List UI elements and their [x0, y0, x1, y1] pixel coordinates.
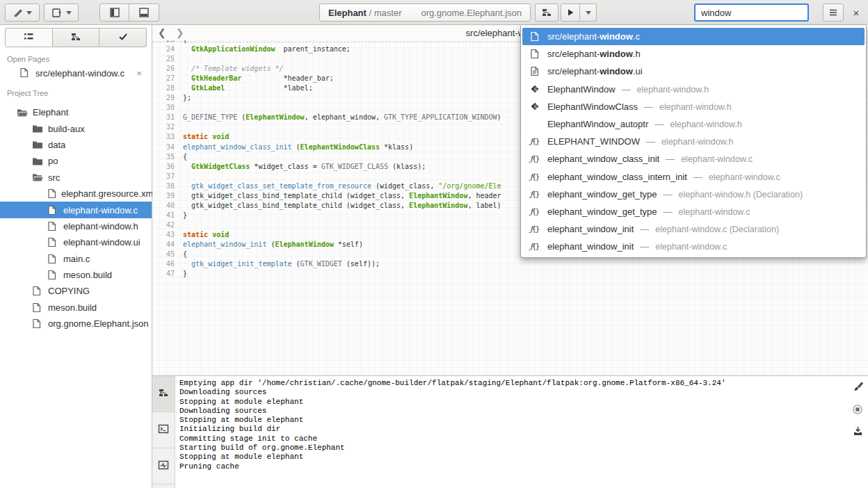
svg-text:S: S — [533, 86, 537, 92]
global-search-input[interactable] — [694, 3, 809, 22]
folder-icon — [32, 156, 43, 166]
device-selector-button[interactable] — [44, 3, 79, 22]
search-result-ElephantWindow_autoptr[interactable]: ElephantWindow_autoptr—elephant-window.h — [522, 115, 865, 133]
tree-item-COPYING[interactable]: COPYING — [0, 283, 152, 299]
line-number: 26 — [152, 64, 183, 74]
tree-item-elephant-window.h[interactable]: elephant-window.h — [0, 218, 152, 234]
result-label: elephant_window_class_init—elephant-wind… — [547, 154, 753, 164]
tree-item-meson.build[interactable]: meson.build — [0, 300, 152, 316]
svg-text:S: S — [533, 104, 537, 110]
tree-item-label: src — [48, 172, 60, 183]
tree-item-Elephant[interactable]: Elephant — [0, 104, 152, 120]
tree-item-data[interactable]: data — [0, 137, 152, 153]
tab-pages[interactable] — [5, 28, 53, 47]
tree-item-label: elephant-window.h — [63, 221, 138, 231]
hamburger-icon — [828, 8, 838, 17]
line-number: 46 — [152, 259, 183, 269]
result-label: elephant_window_get_type—elephant-window… — [547, 189, 803, 200]
tree-item-org.gnome.Elephant.json[interactable]: org.gnome.Elephant.json — [0, 316, 152, 332]
file-icon — [32, 302, 43, 313]
search-result-elephant_window_get_type[interactable]: ƒ{}elephant_window_get_type—elephant-win… — [522, 186, 865, 203]
folder-icon — [32, 140, 43, 149]
search-results-popup: src/elephant-window.csrc/elephant-window… — [520, 26, 867, 258]
bottom-panel: Emptying app dir '/home/christian/.cache… — [152, 375, 868, 488]
search-result-src/elephant-window.h[interactable]: src/elephant-window.h — [522, 45, 865, 63]
build-log[interactable]: Emptying app dir '/home/christian/.cache… — [179, 379, 847, 471]
line-number: 44 — [152, 240, 183, 250]
clear-log-button[interactable] — [851, 382, 864, 394]
log-line: Initializing build dir — [179, 425, 847, 434]
header-bar: Elephant / master org.gnome.Elephant.jso… — [0, 0, 868, 25]
omnibar-button[interactable]: Elephant / master org.gnome.Elephant.jso… — [319, 3, 531, 22]
line-number: 27 — [152, 74, 183, 83]
list-icon — [23, 33, 34, 43]
terminal-run-icon — [158, 460, 169, 472]
chevron-down-icon — [66, 11, 72, 15]
line-number: 36 — [152, 162, 183, 172]
tab-runtime-terminal[interactable] — [152, 448, 175, 485]
tab-build[interactable] — [53, 28, 100, 47]
result-label: elephant_window_init—elephant-window.c (… — [547, 224, 779, 234]
project-name: Elephant — [328, 8, 367, 18]
window-close-button[interactable]: × — [846, 3, 867, 22]
mode-selector-button[interactable] — [5, 3, 40, 22]
search-result-elephant_window_init[interactable]: ƒ{}elephant_window_init—elephant-window.… — [522, 238, 865, 255]
toggle-bottom-panel-button[interactable] — [129, 3, 159, 22]
search-result-ELEPHANT_WINDOW[interactable]: ƒ{}ELEPHANT_WINDOW—elephant-window.h — [522, 133, 865, 150]
function-icon: ƒ{} — [529, 225, 540, 234]
function-icon: ƒ{} — [529, 172, 540, 181]
run-options-button[interactable] — [580, 3, 597, 22]
tree-item-src[interactable]: src — [0, 170, 152, 186]
tree-item-elephant-window.ui[interactable]: elephant-window.ui — [0, 234, 152, 250]
tree-item-po[interactable]: po — [0, 153, 152, 169]
open-pages-header: Open Pages — [7, 55, 49, 63]
search-result-elephant_window_get_type[interactable]: ƒ{}elephant_window_get_type—elephant-win… — [522, 203, 865, 220]
search-result-elephant_window_class_init[interactable]: ƒ{}elephant_window_class_init—elephant-w… — [522, 150, 865, 168]
line-number: 29 — [152, 93, 183, 103]
chevron-down-icon — [26, 11, 32, 15]
tree-item-elephant.gresource.xml[interactable]: elephant.gresource.xml — [0, 186, 152, 202]
left-sidebar: Open Pages src/elephant-window.c × Proje… — [0, 25, 152, 488]
build-tree-icon — [541, 8, 552, 17]
tree-item-label: elephant-window.ui — [63, 237, 140, 247]
tree-item-meson.build[interactable]: meson.build — [0, 267, 152, 283]
class-icon: S — [529, 101, 540, 112]
file-icon — [47, 237, 58, 247]
open-page-row[interactable]: src/elephant-window.c × — [0, 65, 152, 82]
file-icon — [47, 221, 58, 231]
build-preferences-button[interactable] — [535, 3, 558, 22]
tree-item-main.c[interactable]: main.c — [0, 251, 152, 267]
toggle-left-panel-button[interactable] — [99, 3, 129, 22]
download-icon — [853, 426, 863, 439]
tab-terminal[interactable] — [152, 412, 175, 448]
save-log-button[interactable] — [851, 426, 864, 439]
pen-icon — [13, 8, 23, 18]
close-icon: × — [853, 7, 860, 19]
stop-record-button[interactable] — [851, 404, 864, 416]
log-line: Stopping at module elephant — [179, 416, 847, 425]
result-label: ELEPHANT_WINDOW—elephant-window.h — [547, 136, 733, 147]
line-number: 35 — [152, 152, 183, 162]
run-button[interactable] — [561, 3, 580, 22]
search-result-src/elephant-window.c[interactable]: src/elephant-window.c — [522, 28, 865, 45]
line-number: 43 — [152, 230, 183, 240]
log-line: Downloading sources — [179, 388, 847, 397]
search-result-src/elephant-window.ui[interactable]: src/elephant-window.ui — [522, 63, 865, 80]
menu-button[interactable] — [823, 3, 844, 22]
search-result-ElephantWindowClass[interactable]: SElephantWindowClass—elephant-window.h — [522, 98, 865, 115]
search-result-elephant_window_init[interactable]: ƒ{}elephant_window_init—elephant-window.… — [522, 220, 865, 238]
tab-build-output[interactable] — [152, 376, 175, 412]
project-tree: Elephantbuild-auxdataposrcelephant.greso… — [0, 104, 152, 332]
result-label: elephant_window_get_type—elephant-window… — [547, 206, 750, 217]
tree-item-build-aux[interactable]: build-aux — [0, 120, 152, 136]
function-icon: ƒ{} — [529, 207, 540, 216]
tab-todo[interactable] — [99, 28, 147, 47]
folder-icon — [32, 172, 43, 182]
tree-item-label: COPYING — [48, 286, 90, 296]
bottom-panel-icon — [138, 7, 150, 18]
tree-item-elephant-window.c[interactable]: elephant-window.c — [0, 202, 152, 218]
search-result-ElephantWindow[interactable]: SElephantWindow—elephant-window.h — [522, 81, 865, 98]
close-page-button[interactable]: × — [132, 68, 146, 79]
line-number: 30 — [152, 103, 183, 113]
search-result-elephant_window_class_intern_init[interactable]: ƒ{}elephant_window_class_intern_init—ele… — [522, 168, 865, 186]
